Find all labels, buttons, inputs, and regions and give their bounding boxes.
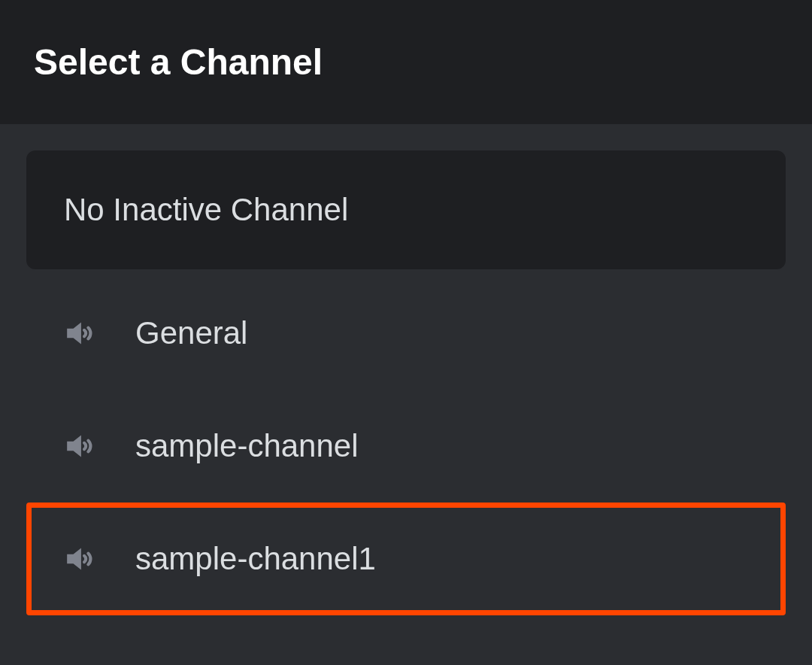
header: Select a Channel — [0, 0, 812, 124]
channel-label: General — [135, 315, 247, 351]
speaker-icon — [64, 427, 102, 465]
speaker-icon — [64, 540, 102, 578]
channel-label: sample-channel — [135, 428, 359, 464]
page-title: Select a Channel — [34, 41, 778, 83]
no-inactive-channel-label: No Inactive Channel — [64, 192, 348, 227]
channel-item-sample-channel1[interactable]: sample-channel1 — [26, 503, 786, 615]
channel-label: sample-channel1 — [135, 541, 376, 577]
speaker-icon — [64, 314, 102, 352]
channel-item-sample-channel[interactable]: sample-channel — [26, 390, 786, 503]
no-inactive-channel-option[interactable]: No Inactive Channel — [26, 150, 786, 269]
channel-item-general[interactable]: General — [26, 277, 786, 390]
channel-list: No Inactive Channel General sample-chann… — [0, 124, 812, 615]
